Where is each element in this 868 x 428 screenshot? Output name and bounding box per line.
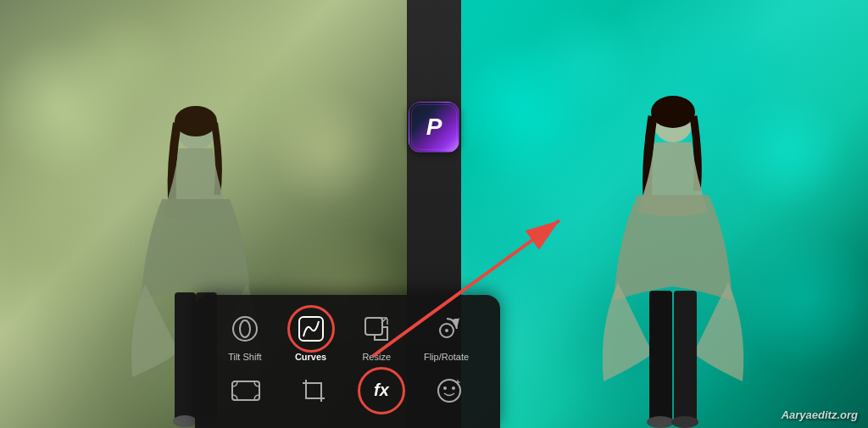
flip-rotate-icon-container [428,310,465,347]
face-icon [435,376,464,405]
main-container: P Aaryaeditz.org [0,0,868,428]
curves-label: Curves [295,352,326,362]
toolbar-row-2: fx [212,372,483,409]
person-figure-right [588,55,758,428]
resize-icon [363,315,390,342]
toolbar-item-flip-rotate[interactable]: Flip/Rotate [424,310,469,362]
svg-point-10 [647,416,674,428]
toolbar-item-crop[interactable] [295,372,332,409]
toolbar-row-1: Tilt Shift Curves [212,310,483,362]
picsart-logo-letter: P [426,114,442,141]
resize-icon-container [358,310,395,347]
flip-rotate-icon [433,315,460,342]
curves-icon-container [292,310,330,347]
flip-rotate-label: Flip/Rotate [424,352,469,362]
tilt-shift-icon [231,315,259,342]
toolbar-item-fx[interactable]: fx [363,372,400,409]
svg-rect-2 [175,292,196,424]
fx-circle-highlight [358,367,405,414]
svg-rect-23 [306,383,321,398]
svg-point-1 [175,106,217,136]
svg-point-26 [443,386,447,390]
stitch-icon [231,378,261,403]
picsart-logo: P [409,102,459,153]
photo-right: Aaryaeditz.org [461,0,868,428]
svg-rect-8 [649,291,672,425]
face-icon-container [431,372,468,409]
tilt-shift-icon-container [226,310,264,347]
tilt-shift-label: Tilt Shift [228,352,261,362]
svg-point-4 [173,415,197,427]
toolbar-item-stitch[interactable] [227,372,264,409]
svg-point-27 [452,386,455,390]
svg-rect-17 [365,318,382,335]
svg-point-11 [671,416,698,428]
svg-point-7 [651,96,695,128]
toolbar-overlay: Tilt Shift Curves [195,295,500,428]
crop-icon [301,378,326,403]
toolbar-item-face[interactable] [431,372,468,409]
stitch-icon-container [227,372,264,409]
svg-rect-9 [674,291,697,425]
svg-point-15 [240,320,250,337]
crop-icon-container [295,372,332,409]
toolbar-item-curves[interactable]: Curves [292,310,330,362]
toolbar-item-tilt-shift[interactable]: Tilt Shift [226,310,264,362]
resize-label: Resize [362,352,391,362]
watermark: Aaryaeditz.org [782,409,858,421]
toolbar-item-resize[interactable]: Resize [358,310,395,362]
curves-circle-highlight [287,305,335,353]
fx-icon-container: fx [363,372,400,409]
svg-point-21 [445,329,448,332]
